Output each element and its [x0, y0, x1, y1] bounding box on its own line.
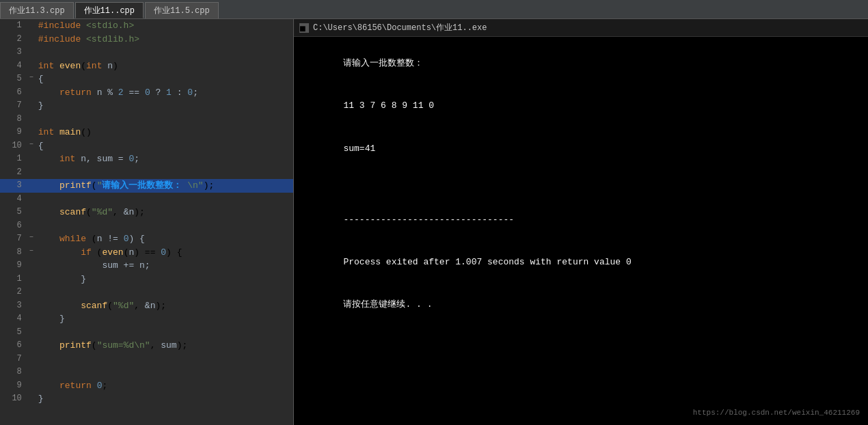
terminal-title-bar: ■ C:\Users\86156\Documents\作业11..exe [294, 19, 868, 37]
code-line: sum += n; [36, 259, 293, 273]
fold-icon[interactable] [27, 312, 36, 326]
terminal-line-prompt: 请输入一批数整数： [343, 58, 423, 68]
code-line [36, 219, 293, 233]
fold-icon[interactable] [27, 206, 36, 219]
line-number: 1 [0, 273, 27, 286]
table-row: 7 − while (n != 0) { [0, 232, 293, 246]
fold-icon[interactable]: − [27, 139, 36, 153]
table-row: 10 } [0, 392, 293, 406]
line-number: 8 [0, 246, 27, 260]
fold-icon[interactable] [27, 113, 36, 126]
table-row: 7 [0, 353, 293, 366]
line-number: 2 [0, 286, 27, 299]
terminal-title: C:\Users\86156\Documents\作业11..exe [313, 22, 487, 33]
code-line [36, 46, 293, 59]
terminal-separator: -------------------------------- [343, 215, 514, 225]
fold-icon[interactable] [27, 219, 36, 233]
table-row: 1 #include <stdio.h> [0, 19, 293, 33]
table-row: 2 #include <stdlib.h> [0, 33, 293, 46]
code-line: int n, sum = 0; [36, 152, 293, 166]
table-row: 9 int main() [0, 126, 293, 139]
code-line: { [36, 72, 293, 86]
line-number: 3 [0, 299, 27, 313]
code-line: #include <stdio.h> [36, 19, 293, 33]
table-row: 1 int n, sum = 0; [0, 152, 293, 166]
terminal-pane[interactable]: ■ C:\Users\86156\Documents\作业11..exe 请输入… [294, 19, 868, 425]
fold-icon[interactable] [27, 152, 36, 166]
fold-icon[interactable]: − [27, 232, 36, 246]
line-number: 7 [0, 99, 27, 113]
fold-icon[interactable] [27, 193, 36, 206]
line-number: 4 [0, 193, 27, 206]
fold-icon[interactable] [27, 273, 36, 286]
code-line: } [36, 312, 293, 326]
code-line: if (even(n) == 0) { [36, 246, 293, 260]
line-number: 6 [0, 219, 27, 233]
fold-icon[interactable] [27, 326, 36, 340]
terminal-line-sum: sum=41 [343, 143, 375, 154]
code-line: return n % 2 == 0 ? 1 : 0; [36, 86, 293, 100]
table-row: 4 int even(int n) [0, 59, 293, 73]
table-row: 4 } [0, 312, 293, 326]
code-line [36, 193, 293, 206]
table-row: 8 − if (even(n) == 0) { [0, 246, 293, 260]
fold-icon[interactable] [27, 86, 36, 100]
table-row: 4 [0, 193, 293, 206]
fold-icon[interactable] [27, 392, 36, 406]
fold-icon[interactable] [27, 179, 36, 193]
table-row: 9 sum += n; [0, 259, 293, 273]
fold-icon[interactable]: − [27, 246, 36, 260]
code-line: { [36, 139, 293, 153]
fold-icon[interactable] [27, 379, 36, 393]
tab-zhuanye113[interactable]: 作业11.3.cpp [0, 2, 74, 18]
code-line [36, 286, 293, 299]
fold-icon[interactable] [27, 353, 36, 366]
terminal-line-input: 11 3 7 6 8 9 11 0 [343, 100, 434, 111]
terminal-continue-prompt: 请按任意键继续. . . [343, 299, 432, 310]
fold-icon[interactable] [27, 99, 36, 113]
fold-icon[interactable] [27, 366, 36, 379]
table-row: 2 [0, 286, 293, 299]
line-number: 7 [0, 232, 27, 246]
watermark: https://blog.csdn.net/weixin_46211269 [693, 407, 860, 420]
table-row: 5 [0, 326, 293, 340]
fold-icon[interactable] [27, 19, 36, 33]
line-number: 8 [0, 113, 27, 126]
code-line [36, 366, 293, 379]
line-number: 2 [0, 166, 27, 180]
fold-icon[interactable] [27, 166, 36, 180]
table-row: 3 [0, 46, 293, 59]
fold-icon[interactable] [27, 126, 36, 139]
fold-icon[interactable] [27, 286, 36, 299]
code-line: #include <stdlib.h> [36, 33, 293, 46]
tab-zhuanye115[interactable]: 作业11.5.cpp [145, 2, 219, 18]
line-number: 7 [0, 353, 27, 366]
fold-icon[interactable] [27, 259, 36, 273]
line-number: 6 [0, 339, 27, 353]
code-line: return 0; [36, 379, 293, 393]
terminal-body[interactable]: 请输入一批数整数： 11 3 7 6 8 9 11 0 sum=41 -----… [294, 37, 868, 425]
fold-icon[interactable] [27, 46, 36, 59]
terminal-process-line: Process exited after 1.007 seconds with … [343, 257, 631, 267]
fold-icon[interactable] [27, 339, 36, 353]
table-row: 6 [0, 219, 293, 233]
table-row: 6 printf("sum=%d\n", sum); [0, 339, 293, 353]
line-number: 4 [0, 59, 27, 73]
line-number: 9 [0, 126, 27, 139]
tab-zhuanye11[interactable]: 作业11..cpp [75, 2, 144, 18]
line-number: 3 [0, 179, 27, 193]
fold-icon[interactable] [27, 59, 36, 73]
terminal-icon: ■ [299, 23, 309, 33]
line-number: 5 [0, 72, 27, 86]
fold-icon[interactable] [27, 33, 36, 46]
main-content: 1 #include <stdio.h> 2 #include <stdlib.… [0, 19, 868, 425]
line-number: 1 [0, 19, 27, 33]
code-line: printf("请输入一批数整数： \n"); [36, 179, 293, 193]
line-number: 1 [0, 152, 27, 166]
line-number: 9 [0, 259, 27, 273]
fold-icon[interactable]: − [27, 72, 36, 86]
fold-icon[interactable] [27, 299, 36, 313]
code-pane[interactable]: 1 #include <stdio.h> 2 #include <stdlib.… [0, 19, 294, 425]
table-row: 9 return 0; [0, 379, 293, 393]
code-line [36, 353, 293, 366]
